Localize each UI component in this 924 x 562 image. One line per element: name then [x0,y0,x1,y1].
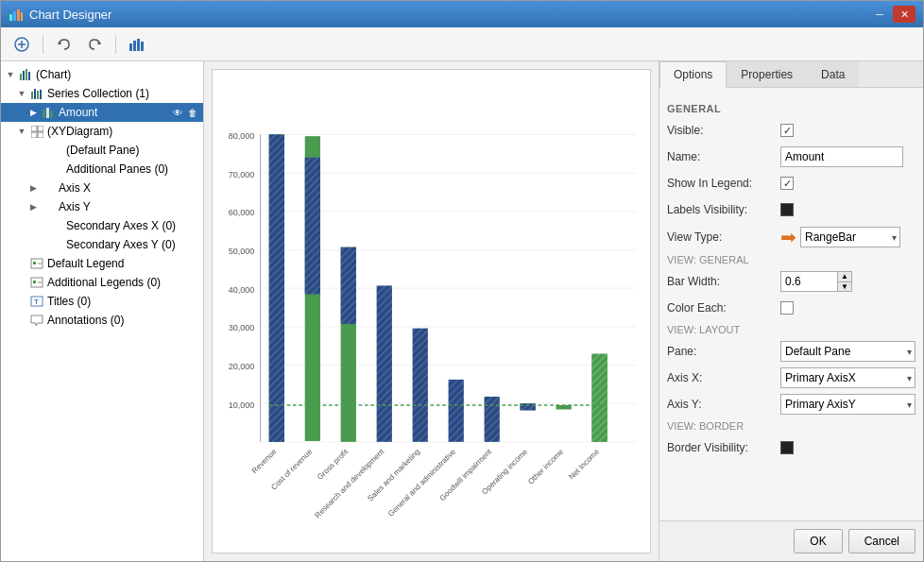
expand-amount[interactable]: ▶ [27,107,39,118]
expand-default-legend-spacer: ▶ [16,258,27,269]
expand-titles-spacer: ▶ [16,296,27,307]
close-button[interactable]: ✕ [893,6,915,23]
tree-item-xydiagram[interactable]: ▼ (XYDiagram) [1,122,203,141]
bottom-buttons: OK Cancel [659,520,923,561]
xydiagram-icon [29,124,44,139]
expand-axis-x[interactable]: ▶ [27,182,39,194]
tab-data[interactable]: Data [807,61,859,87]
border-visibility-checkbox[interactable] [780,441,794,454]
pane-select[interactable]: Default Pane [780,341,915,362]
cancel-button[interactable]: Cancel [848,529,915,553]
expand-chart[interactable]: ▼ [5,69,16,80]
additional-panes-icon [48,162,63,177]
svg-text:Research and development: Research and development [314,447,386,519]
bar-width-spinbox-buttons: ▲ ▼ [837,271,852,292]
svg-rect-2 [17,9,20,21]
axis-y-prop-row: Axis Y: Primary AxisY [667,394,915,415]
secondary-axes-y-label: Secondary Axes Y (0) [66,238,176,251]
svg-text:70,000: 70,000 [229,170,255,179]
annotations-icon [29,313,44,328]
redo-icon [87,37,102,52]
bar-width-decrement[interactable]: ▼ [837,281,852,292]
border-visibility-label: Border Visibility: [667,441,780,454]
tree-item-series-collection[interactable]: ▼ Series Collection (1) [1,84,203,103]
tree-item-secondary-axes-y[interactable]: ▶ Secondary Axes Y (0) [1,235,203,254]
tree-item-annotations[interactable]: ▶ Annotations (0) [1,311,203,330]
amount-label: Amount [59,106,97,119]
expand-add-panes-spacer: ▶ [35,163,46,175]
tree-item-additional-panes[interactable]: ▶ Additional Panes (0) [1,160,203,179]
view-type-row: View Type: ➡ RangeBar Bar StackedBar Ful… [667,226,915,248]
view-layout-section: VIEW: LAYOUT [667,324,915,335]
chart-node-label: (Chart) [36,68,71,81]
bar-width-row: Bar Width: ▲ ▼ [667,271,915,292]
tree-item-additional-legends[interactable]: ▶ Additional Legends (0) [1,273,203,292]
svg-rect-18 [34,89,36,99]
tab-properties[interactable]: Properties [727,61,807,87]
svg-text:80,000: 80,000 [229,131,255,141]
undo-icon [57,37,72,52]
visible-checkbox[interactable] [780,124,794,137]
toolbar-separator [43,35,43,54]
svg-rect-23 [50,111,53,118]
labels-visibility-checkbox[interactable] [780,203,794,216]
bar-width-increment[interactable]: ▲ [837,271,852,281]
bar-width-label: Bar Width: [667,275,780,288]
tree-item-default-pane[interactable]: ▶ (Default Pane) [1,141,203,160]
titles-icon: T [29,294,44,309]
svg-rect-60 [377,285,392,441]
visible-label: Visible: [667,124,780,137]
svg-rect-14 [23,71,25,80]
title-bar-left: Chart Designer [9,7,111,22]
delete-icon[interactable]: 🗑 [186,106,199,119]
expand-annotations-spacer: ▶ [16,315,27,326]
expand-sec-y-spacer: ▶ [35,239,46,250]
color-each-control [780,301,915,315]
svg-text:20,000: 20,000 [229,362,255,371]
tree-item-titles[interactable]: ▶ T Titles (0) [1,292,203,311]
color-each-row: Color Each: [667,298,915,318]
expand-series[interactable]: ▼ [16,88,27,99]
amount-icon [41,105,56,120]
svg-text:30,000: 30,000 [229,323,255,332]
tree-item-axis-x[interactable]: ▶ Axis X [1,179,203,197]
view-layout-label: VIEW: LAYOUT [667,324,740,335]
name-row: Name: [667,146,915,167]
svg-rect-11 [137,39,140,51]
add-button[interactable] [9,32,35,57]
tree-item-default-legend[interactable]: ▶ Default Legend [1,254,203,273]
series-collection-label: Series Collection (1) [47,87,149,100]
eye-icon[interactable]: 👁 [171,106,184,119]
svg-text:Gross profit: Gross profit [316,447,351,482]
chart-svg: 80,000 70,000 60,000 50,000 40,000 30,00… [222,79,641,543]
chart-node-icon [18,67,33,82]
axis-y-icon [41,199,56,214]
undo-button[interactable] [51,32,77,57]
axis-y-select[interactable]: Primary AxisY [780,394,915,415]
bar-width-spinbox: ▲ ▼ [780,271,852,292]
tree-item-secondary-axes-x[interactable]: ▶ Secondary Axes X (0) [1,216,203,235]
chart-wizard-icon [128,37,145,52]
tree-item-axis-y[interactable]: ▶ Axis Y [1,197,203,216]
name-input[interactable] [780,146,903,167]
redo-button[interactable] [81,32,108,57]
tree-item-chart[interactable]: ▼ (Chart) [1,65,203,84]
axis-x-prop-row: Axis X: Primary AxisX [667,367,915,388]
expand-xy[interactable]: ▼ [16,126,27,137]
axis-x-select-wrapper: Primary AxisX [780,367,915,388]
axis-x-select[interactable]: Primary AxisX [780,367,915,388]
tree-item-amount[interactable]: ▶ Amount 👁 🗑 [1,103,203,122]
svg-rect-27 [38,132,43,138]
minimize-button[interactable]: ─ [868,6,891,23]
bar-width-input[interactable] [780,271,837,292]
tab-options[interactable]: Options [659,61,727,88]
svg-rect-32 [33,281,36,283]
default-legend-label: Default Legend [47,257,124,270]
show-in-legend-checkbox[interactable] [780,177,794,190]
expand-sec-x-spacer: ▶ [35,220,46,231]
color-each-checkbox[interactable] [780,301,794,315]
chart-wizard-button[interactable] [124,32,150,57]
ok-button[interactable]: OK [794,529,842,553]
expand-axis-y[interactable]: ▶ [27,201,39,213]
view-type-select[interactable]: RangeBar Bar StackedBar FullStackedBar [800,227,900,247]
